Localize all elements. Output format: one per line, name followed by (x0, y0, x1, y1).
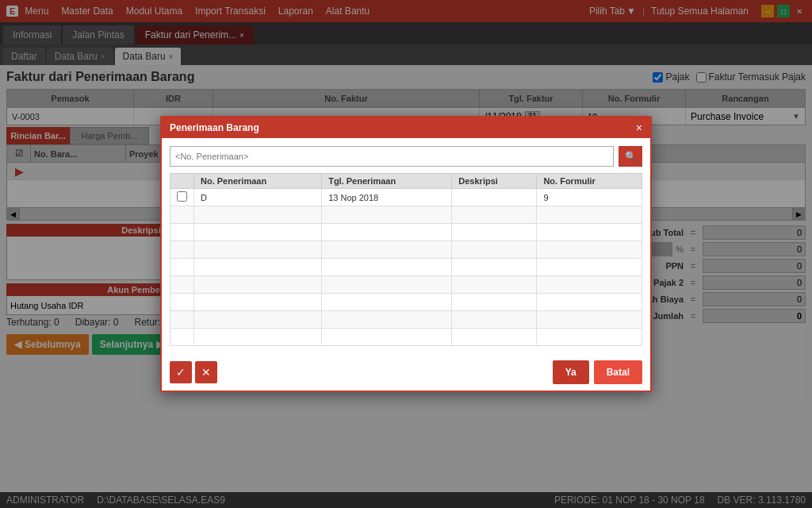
table-row (170, 206, 642, 224)
modal-th-tgl-penerimaan: Tgl. Penerimaan (322, 174, 452, 189)
table-row (170, 311, 642, 329)
modal-footer-left: ✓ ✕ (170, 361, 217, 383)
modal-check-button[interactable]: ✓ (170, 361, 192, 383)
table-row (170, 329, 642, 346)
row-deskripsi (452, 189, 537, 206)
row-tgl-penerimaan: 13 Nop 2018 (322, 189, 452, 206)
modal-batal-button[interactable]: Batal (594, 360, 642, 384)
penerimaan-barang-modal: Penerimaan Barang × 🔍 No. P (160, 116, 652, 392)
search-icon: 🔍 (625, 151, 637, 162)
row-no-formulir: 9 (537, 189, 642, 206)
modal-search-row: 🔍 (170, 146, 642, 167)
modal-search-button[interactable]: 🔍 (619, 146, 642, 167)
modal-close-button[interactable]: × (636, 122, 642, 133)
modal-footer-right: Ya Batal (553, 360, 642, 384)
modal-x-button[interactable]: ✕ (195, 361, 217, 383)
modal-title: Penerimaan Barang (170, 122, 259, 133)
modal-th-no-penerimaan: No. Penerimaan (194, 174, 322, 189)
modal-ya-button[interactable]: Ya (553, 360, 589, 384)
table-row (170, 259, 642, 276)
table-row (170, 241, 642, 259)
modal-body: 🔍 No. Penerimaan Tgl. Penerimaan Deskrip… (162, 138, 650, 354)
table-row[interactable]: D 13 Nop 2018 9 (170, 189, 642, 206)
modal-th-deskripsi: Deskripsi (452, 174, 537, 189)
row-check[interactable] (170, 189, 194, 206)
modal-th-check (170, 174, 194, 189)
modal-search-input[interactable] (170, 146, 614, 167)
row-no-penerimaan: D (194, 189, 322, 206)
modal-th-no-formulir: No. Formulir (537, 174, 642, 189)
row-checkbox[interactable] (177, 191, 187, 202)
table-row (170, 276, 642, 294)
modal-header: Penerimaan Barang × (162, 117, 650, 138)
table-row (170, 224, 642, 241)
table-row (170, 294, 642, 311)
modal-footer: ✓ ✕ Ya Batal (162, 354, 650, 391)
modal-table: No. Penerimaan Tgl. Penerimaan Deskripsi… (170, 173, 642, 346)
modal-overlay: Penerimaan Barang × 🔍 No. P (0, 0, 812, 508)
